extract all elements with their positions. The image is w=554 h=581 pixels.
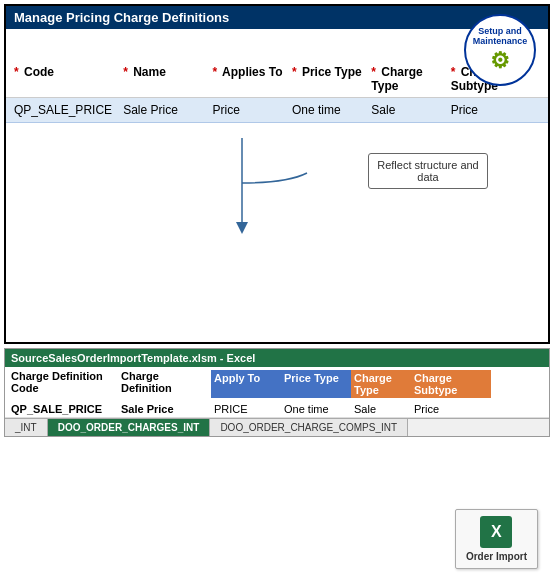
cell-name: Sale Price xyxy=(123,103,212,117)
excel-section: SourceSalesOrderImportTemplate.xlsm - Ex… xyxy=(4,348,550,437)
excel-tab-int[interactable]: _INT xyxy=(5,419,48,436)
oracle-section: Manage Pricing Charge Definitions Setup … xyxy=(4,4,550,344)
table-row[interactable]: QP_SALE_PRICE Sale Price Price One time … xyxy=(6,98,548,123)
cell-code: QP_SALE_PRICE xyxy=(14,103,123,117)
excel-table-header: Charge Definition Code Charge Definition… xyxy=(5,367,549,401)
excel-tab-doo-charges[interactable]: DOO_ORDER_CHARGES_INT xyxy=(48,419,211,436)
required-star: * xyxy=(451,65,456,79)
badge-line1: Setup and xyxy=(478,26,522,36)
excel-cell-subtype: Price xyxy=(411,403,491,415)
excel-col-header-charge: Charge Type xyxy=(351,370,411,398)
excel-col-header-price: Price Type xyxy=(281,370,351,398)
cell-applies: Price xyxy=(213,103,292,117)
excel-col-header-subtype: Charge Subtype xyxy=(411,370,491,398)
col-header-charge-type: * Charge Type xyxy=(371,65,450,93)
cell-price-type: One time xyxy=(292,103,371,117)
excel-tab-doo-comps[interactable]: DOO_ORDER_CHARGE_COMPS_INT xyxy=(210,419,408,436)
excel-tabs: _INT DOO_ORDER_CHARGES_INT DOO_ORDER_CHA… xyxy=(5,418,549,436)
import-button-label: Order Import xyxy=(466,551,527,562)
required-star: * xyxy=(123,65,128,79)
excel-table-row[interactable]: QP_SALE_PRICE Sale Price PRICE One time … xyxy=(5,401,549,418)
required-star: * xyxy=(292,65,297,79)
excel-title: SourceSalesOrderImportTemplate.xlsm - Ex… xyxy=(5,349,549,367)
badge-line2: Maintenance xyxy=(473,36,528,46)
required-star: * xyxy=(213,65,218,79)
cell-charge-type: Sale xyxy=(371,103,450,117)
excel-col-header-def: Charge Definition xyxy=(121,370,211,398)
order-import-button[interactable]: X Order Import xyxy=(455,509,538,569)
required-star: * xyxy=(14,65,19,79)
col-header-code: * Code xyxy=(14,65,123,93)
excel-col-header-apply: Apply To xyxy=(211,370,281,398)
col-header-price-type: * Price Type xyxy=(292,65,371,93)
setup-maintenance-badge: Setup and Maintenance ⚙ xyxy=(464,14,536,86)
excel-letter-icon: X xyxy=(491,523,502,541)
excel-cell-price: One time xyxy=(281,403,351,415)
page-title: Manage Pricing Charge Definitions xyxy=(6,6,548,29)
col-header-name: * Name xyxy=(123,65,212,93)
excel-cell-def-code: QP_SALE_PRICE xyxy=(11,403,121,415)
arrow-diagram xyxy=(6,133,548,253)
excel-app-icon: X xyxy=(480,516,512,548)
excel-cell-charge: Sale xyxy=(351,403,411,415)
gear-icon: ⚙ xyxy=(490,48,510,74)
excel-cell-apply: PRICE xyxy=(211,403,281,415)
col-header-applies: * Applies To xyxy=(213,65,292,93)
cell-charge-subtype: Price xyxy=(451,103,540,117)
annotation-box: Reflect structure and data xyxy=(368,153,488,189)
excel-cell-def: Sale Price xyxy=(121,403,211,415)
order-import-area: X Order Import xyxy=(455,509,538,569)
excel-col-header-def-code: Charge Definition Code xyxy=(11,370,121,398)
required-star: * xyxy=(371,65,376,79)
annotation-area: Reflect structure and data xyxy=(6,133,548,253)
